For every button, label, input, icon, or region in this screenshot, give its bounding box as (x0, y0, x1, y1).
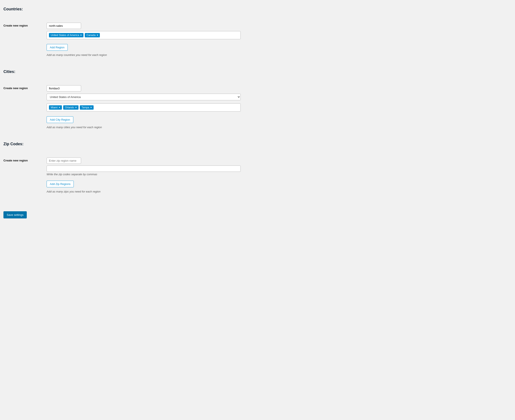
country-tag-canada-remove[interactable]: × (97, 34, 98, 37)
save-settings-button[interactable]: Save settings (3, 211, 27, 218)
zipcodes-section: Zip Codes: Create new region Write the z… (3, 142, 512, 197)
cities-section: Cities: Create new region United States … (3, 69, 512, 133)
city-tag-miami: Miami × (49, 105, 62, 110)
cities-fields: United States of America Canada Mexico U… (47, 85, 241, 129)
countries-title: Countries: (3, 7, 512, 11)
country-tag-usa-label: United States of America (51, 34, 79, 37)
cities-hint: Add as many cities you need for each reg… (47, 126, 241, 129)
countries-region-name-input[interactable] (47, 23, 81, 29)
city-tag-miami-label: Miami (51, 106, 58, 109)
city-tag-orlando-remove[interactable]: × (75, 106, 77, 109)
city-tag-orlando: Orlando × (63, 105, 79, 110)
zipcodes-region-name-input[interactable] (47, 158, 81, 164)
add-region-button[interactable]: Add Region (47, 44, 68, 51)
countries-form-row: Create new region United States of Ameri… (3, 18, 512, 61)
cities-actions: Add City Region Add as many cities you n… (47, 114, 241, 129)
country-tag-usa-remove[interactable]: × (80, 34, 82, 37)
cities-region-name-input[interactable] (47, 85, 81, 91)
countries-section: Countries: Create new region United Stat… (3, 7, 512, 61)
city-tag-tampa: Tampa × (80, 105, 94, 110)
cities-title: Cities: (3, 69, 512, 74)
country-tag-canada-label: Canada (87, 34, 96, 37)
zipcodes-form-row: Create new region Write the zip codes se… (3, 153, 512, 197)
city-tag-tampa-label: Tampa (81, 106, 89, 109)
zipcodes-actions: Add Zip Regions Add as many zips you nee… (47, 179, 241, 193)
country-tag-usa: United States of America × (49, 33, 83, 37)
countries-actions: Add Region Add as many countries you nee… (47, 42, 241, 57)
zipcodes-hint: Add as many zips you need for each regio… (47, 190, 241, 193)
zipcodes-fields: Write the zip codes separate by commas A… (47, 158, 241, 193)
countries-tag-container[interactable]: United States of America × Canada × (47, 31, 241, 39)
countries-hint: Add as many countries you need for each … (47, 53, 241, 57)
zipcodes-title: Zip Codes: (3, 142, 512, 146)
zipcodes-codes-input[interactable] (47, 165, 241, 172)
countries-fields: United States of America × Canada × Add … (47, 23, 241, 57)
cities-form-label: Create new region (3, 85, 47, 90)
cities-country-select[interactable]: United States of America Canada Mexico U… (47, 94, 241, 100)
save-section: Save settings (3, 206, 512, 222)
add-city-region-button[interactable]: Add City Region (47, 116, 73, 123)
cities-tag-container[interactable]: Miami × Orlando × Tampa × (47, 103, 241, 112)
country-tag-canada: Canada × (85, 33, 100, 37)
add-zip-regions-button[interactable]: Add Zip Regions (47, 181, 74, 187)
cities-form-row: Create new region United States of Ameri… (3, 81, 512, 133)
city-tag-miami-remove[interactable]: × (59, 106, 60, 109)
city-tag-orlando-label: Orlando (65, 106, 74, 109)
countries-form-label: Create new region (3, 23, 47, 27)
zipcodes-codes-hint: Write the zip codes separate by commas (47, 173, 241, 176)
zipcodes-form-label: Create new region (3, 158, 47, 162)
city-tag-tampa-remove[interactable]: × (90, 106, 92, 109)
